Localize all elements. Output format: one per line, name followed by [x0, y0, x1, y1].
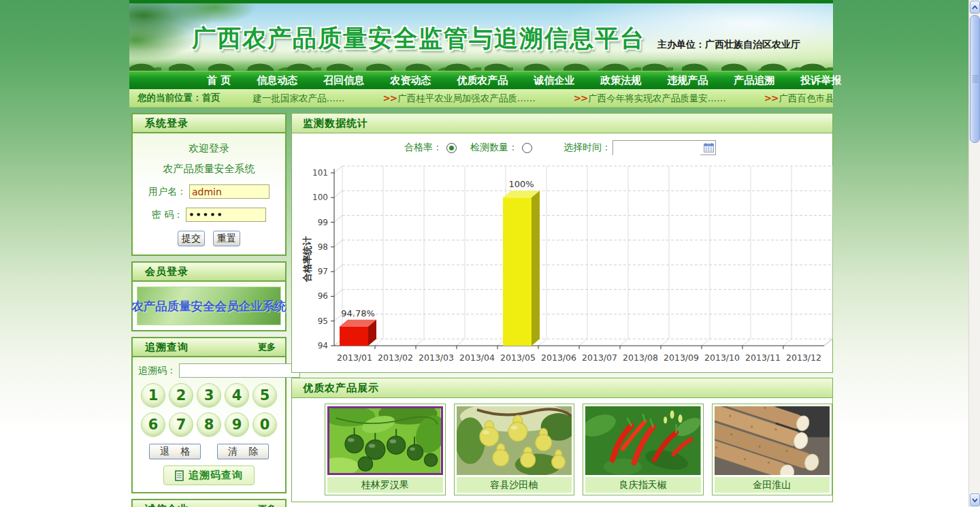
- product-label: 容县沙田柚: [457, 477, 572, 493]
- numpad-button-3[interactable]: 3: [197, 383, 221, 408]
- product-card-1[interactable]: 容县沙田柚: [454, 404, 575, 495]
- svg-text:94.78%: 94.78%: [341, 308, 375, 318]
- news-ticker-bar: 您的当前位置：首页 建一批国家农产品……>>广西桂平农业局加强农产品质……>>广…: [129, 89, 833, 108]
- monitor-panel-title: 监测数据统计: [303, 117, 368, 130]
- ticker-arrow-icon: >>: [574, 93, 588, 103]
- numpad-button-7[interactable]: 7: [169, 412, 193, 437]
- scrollbar-thumb[interactable]: [970, 15, 980, 143]
- chart-controls: 合格率： 检测数量： 选择时间：: [292, 140, 832, 156]
- numpad-button-6[interactable]: 6: [141, 412, 165, 437]
- numpad-button-5[interactable]: 5: [252, 383, 277, 408]
- nav-item-6[interactable]: 政策法规: [591, 71, 651, 90]
- products-panel-title: 优质农产品展示: [303, 382, 379, 395]
- numpad-button-8[interactable]: 8: [197, 412, 221, 437]
- svg-text:95: 95: [318, 316, 328, 326]
- password-input[interactable]: [186, 208, 266, 222]
- chevron-down-icon: [972, 498, 978, 502]
- bar-chart: 9495969798991001012013/012013/022013/032…: [300, 160, 832, 371]
- svg-text:2013/03: 2013/03: [419, 353, 454, 363]
- numpad-button-1[interactable]: 1: [141, 383, 165, 408]
- svg-text:合格率统计: 合格率统计: [301, 236, 312, 283]
- product-card-3[interactable]: 金田淮山: [712, 404, 833, 495]
- member-login-box: 会员登录 农产品质量安全会员企业系统: [131, 261, 287, 331]
- chili-image: [585, 406, 701, 475]
- ticker-item-1[interactable]: >>广西桂平农业局加强农产品质……: [383, 93, 536, 103]
- scrollbar-up-button[interactable]: [970, 1, 980, 14]
- nav-item-0[interactable]: 首 页: [197, 71, 240, 90]
- honest-enterprise-title: 诚信企业: [145, 503, 189, 507]
- svg-text:2013/05: 2013/05: [500, 353, 536, 363]
- svg-text:2013/06: 2013/06: [541, 353, 576, 363]
- product-card-0[interactable]: 桂林罗汉果: [325, 404, 446, 495]
- ticker-item-2[interactable]: >>广西今年将实现农产品质量安……: [574, 93, 726, 103]
- nav-item-1[interactable]: 信息动态: [247, 71, 307, 90]
- submit-button[interactable]: 提交: [178, 231, 205, 246]
- calendar-icon[interactable]: [704, 143, 714, 152]
- ticker-item-0[interactable]: 建一批国家农产品……: [253, 93, 345, 103]
- svg-text:2013/02: 2013/02: [378, 353, 413, 363]
- product-card-2[interactable]: 良庆指天椒: [583, 404, 704, 495]
- trace-more-link[interactable]: 更多: [258, 341, 276, 353]
- numpad-button-9[interactable]: 9: [225, 412, 249, 437]
- trace-query-box: 追溯查询 更多 追溯码： 1234567890 退 格 清 除: [131, 337, 287, 493]
- clear-button[interactable]: 清 除: [217, 444, 269, 459]
- scrollbar-down-button[interactable]: [970, 493, 980, 506]
- nav-item-7[interactable]: 违规产品: [657, 71, 717, 90]
- svg-text:94: 94: [318, 341, 328, 350]
- trace-query-header: 追溯查询 更多: [133, 338, 285, 357]
- breadcrumb: 您的当前位置：首页: [137, 92, 220, 104]
- svg-text:101: 101: [312, 168, 328, 178]
- trace-code-input[interactable]: [179, 363, 300, 378]
- numpad-button-4[interactable]: 4: [225, 383, 249, 408]
- svg-text:100: 100: [312, 193, 328, 202]
- ticker-arrow-icon: >>: [383, 93, 397, 103]
- nav-item-2[interactable]: 召回信息: [314, 71, 374, 90]
- chevron-up-icon: [972, 5, 978, 10]
- site-title: 广西农产品质量安全监管与追溯信息平台: [192, 22, 645, 54]
- sidebar: 系统登录 欢迎登录 农产品质量安全系统 用户名： 密 码： 提交 重置: [131, 113, 287, 507]
- pass-rate-radio[interactable]: [446, 143, 457, 153]
- trace-query-button-label: 追溯码查询: [189, 469, 243, 482]
- nav-item-9[interactable]: 投诉举报: [791, 71, 851, 90]
- ticker-item-3[interactable]: >>广西百色市县两级联合执法检……: [764, 93, 833, 103]
- trees-decoration: [129, 54, 833, 71]
- numpad-button-0[interactable]: 0: [252, 412, 277, 437]
- trace-query-button[interactable]: 追溯码查询: [163, 465, 255, 485]
- reset-button[interactable]: 重置: [213, 231, 240, 246]
- pass-rate-radio-label: 合格率：: [404, 142, 442, 154]
- nav-item-8[interactable]: 产品追溯: [724, 71, 784, 90]
- svg-text:2013/09: 2013/09: [664, 353, 699, 363]
- svg-text:2013/07: 2013/07: [582, 353, 617, 363]
- test-count-radio-label: 检测数量：: [470, 142, 518, 154]
- system-name-text: 农产品质量安全系统: [133, 163, 285, 176]
- username-label: 用户名：: [148, 186, 186, 198]
- numpad: 1234567890: [133, 378, 285, 442]
- main-column: 监测数据统计 合格率： 检测数量： 选择时间：: [291, 113, 833, 507]
- honest-enterprise-box: 诚信企业 更多: [131, 499, 287, 507]
- member-banner-text: 农产品质量安全会员企业系统: [131, 298, 287, 314]
- vertical-scrollbar[interactable]: [968, 0, 980, 507]
- system-login-title: 系统登录: [145, 117, 189, 130]
- svg-text:96: 96: [318, 291, 328, 301]
- honest-more-link[interactable]: 更多: [258, 503, 276, 507]
- pomelo-image: [457, 406, 572, 475]
- date-picker: [612, 140, 716, 155]
- svg-text:2013/11: 2013/11: [745, 353, 781, 363]
- numpad-button-2[interactable]: 2: [169, 383, 193, 408]
- monitor-panel-header: 监测数据统计: [292, 114, 832, 133]
- yam-image: [715, 406, 830, 475]
- test-count-radio[interactable]: [522, 143, 532, 153]
- svg-text:99: 99: [318, 218, 328, 227]
- backspace-button[interactable]: 退 格: [149, 444, 201, 459]
- nav-item-3[interactable]: 农资动态: [380, 71, 440, 90]
- nav-item-4[interactable]: 优质农产品: [447, 71, 517, 90]
- date-input[interactable]: [613, 142, 700, 155]
- username-input[interactable]: [189, 184, 270, 199]
- nav-item-5[interactable]: 诚信企业: [524, 71, 584, 90]
- svg-text:2013/04: 2013/04: [459, 353, 495, 363]
- products-row: 桂林罗汉果容县沙田柚良庆指天椒金田淮山: [292, 398, 832, 502]
- ticker-items: 建一批国家农产品……>>广西桂平农业局加强农产品质……>>广西今年将实现农产品质…: [253, 91, 834, 105]
- password-label: 密 码：: [152, 209, 183, 221]
- svg-text:98: 98: [318, 242, 328, 252]
- member-system-banner[interactable]: 农产品质量安全会员企业系统: [137, 287, 281, 325]
